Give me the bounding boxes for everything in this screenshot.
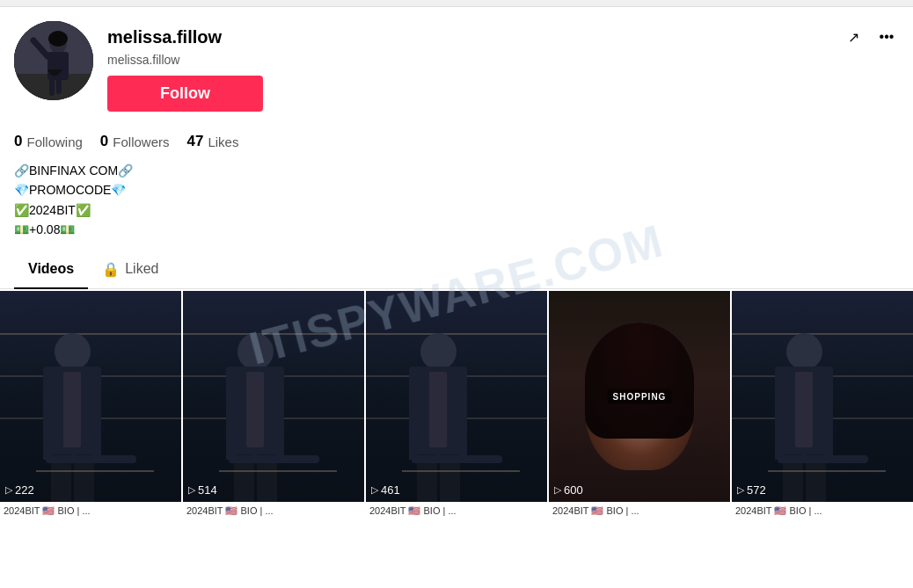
play-count: ▷ 514 xyxy=(188,483,217,497)
video-thumbnail: ▷ 572 xyxy=(732,291,913,502)
avatar[interactable] xyxy=(14,21,93,100)
play-count-value: 514 xyxy=(198,483,217,497)
likes-label: Likes xyxy=(208,134,238,149)
tab-liked[interactable]: 🔒 Liked xyxy=(88,250,172,288)
svg-rect-7 xyxy=(49,78,55,96)
following-stat[interactable]: 0 Following xyxy=(14,133,83,150)
video-card[interactable]: SHOPPING ▷ 600 2024BIT 🇺🇸 BIO | ... xyxy=(549,291,730,519)
action-icons: ↗ ••• xyxy=(841,25,899,49)
play-count-value: 600 xyxy=(564,483,583,497)
followers-stat[interactable]: 0 Followers xyxy=(100,133,170,150)
play-count: ▷ 222 xyxy=(5,483,34,497)
username-row: melissa.fillow ↗ ••• xyxy=(107,25,899,49)
bio-line-1: 🔗BINFINAX COM🔗 xyxy=(14,161,899,180)
bio-line-3: ✅2024BIT✅ xyxy=(14,200,899,220)
tab-liked-label: Liked xyxy=(125,261,158,277)
svg-point-6 xyxy=(48,31,68,47)
videos-grid: ▷ 222 2024BIT 🇺🇸 BIO | ... xyxy=(0,289,913,520)
profile-section: melissa.fillow ↗ ••• melissa.fillow Foll… xyxy=(0,7,913,112)
play-icon: ▷ xyxy=(5,484,12,496)
tab-videos[interactable]: Videos xyxy=(14,250,88,288)
video-caption: 2024BIT 🇺🇸 BIO | ... xyxy=(732,502,913,519)
following-label: Following xyxy=(26,134,82,149)
bio-line-4: 💵+0.08💵 xyxy=(14,220,899,239)
svg-rect-8 xyxy=(56,78,62,94)
profile-header: melissa.fillow ↗ ••• melissa.fillow Foll… xyxy=(14,21,899,112)
stats-row: 0 Following 0 Followers 47 Likes xyxy=(0,122,913,161)
lock-icon: 🔒 xyxy=(102,261,120,278)
video-caption: 2024BIT 🇺🇸 BIO | ... xyxy=(366,502,547,519)
play-count-value: 222 xyxy=(15,483,34,497)
video-card[interactable]: ▷ 222 2024BIT 🇺🇸 BIO | ... xyxy=(0,291,181,519)
followers-count: 0 xyxy=(100,133,108,150)
bio-section: 🔗BINFINAX COM🔗 💎PROMOCODE💎 ✅2024BIT✅ 💵+0… xyxy=(0,161,913,250)
tabs-row: Videos 🔒 Liked xyxy=(0,250,913,289)
bio-line-2: 💎PROMOCODE💎 xyxy=(14,180,899,200)
share-icon[interactable]: ↗ xyxy=(841,25,866,49)
video-thumbnail: ▷ 514 xyxy=(183,291,364,502)
play-icon: ▷ xyxy=(554,484,561,496)
video-card[interactable]: ▷ 514 2024BIT 🇺🇸 BIO | ... xyxy=(183,291,364,519)
video-card[interactable]: ▷ 572 2024BIT 🇺🇸 BIO | ... xyxy=(732,291,913,519)
play-count: ▷ 600 xyxy=(554,483,583,497)
play-icon: ▷ xyxy=(737,484,744,496)
followers-label: Followers xyxy=(113,134,169,149)
follow-button[interactable]: Follow xyxy=(107,76,263,112)
likes-count: 47 xyxy=(187,133,204,150)
shopping-badge: SHOPPING xyxy=(608,388,672,403)
username: melissa.fillow xyxy=(107,27,222,47)
play-count: ▷ 572 xyxy=(737,483,766,497)
video-thumbnail: ▷ 461 xyxy=(366,291,547,502)
profile-info: melissa.fillow ↗ ••• melissa.fillow Foll… xyxy=(107,21,899,112)
play-count-value: 461 xyxy=(381,483,400,497)
video-caption: 2024BIT 🇺🇸 BIO | ... xyxy=(549,502,730,519)
svg-rect-4 xyxy=(47,52,69,80)
tab-videos-label: Videos xyxy=(28,261,74,277)
video-caption: 2024BIT 🇺🇸 BIO | ... xyxy=(183,502,364,519)
video-thumbnail: ▷ 222 xyxy=(0,291,181,502)
top-bar xyxy=(0,0,913,7)
video-caption: 2024BIT 🇺🇸 BIO | ... xyxy=(0,502,181,519)
play-count: ▷ 461 xyxy=(371,483,400,497)
play-icon: ▷ xyxy=(371,484,378,496)
play-count-value: 572 xyxy=(747,483,766,497)
following-count: 0 xyxy=(14,133,22,150)
profile-handle: melissa.fillow xyxy=(107,53,899,67)
video-card[interactable]: ▷ 461 2024BIT 🇺🇸 BIO | ... xyxy=(366,291,547,519)
play-icon: ▷ xyxy=(188,484,195,496)
more-options-icon[interactable]: ••• xyxy=(874,25,899,49)
likes-stat: 47 Likes xyxy=(187,133,239,150)
video-thumbnail: SHOPPING ▷ 600 xyxy=(549,291,730,502)
